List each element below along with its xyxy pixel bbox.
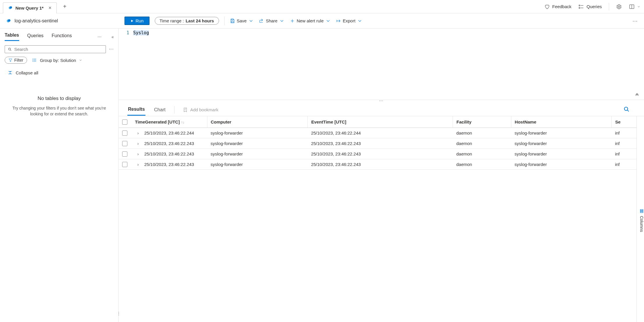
table-row[interactable]: ›25/10/2023, 23:46:22.243syslog-forwarde… — [119, 159, 644, 170]
svg-point-6 — [618, 6, 620, 7]
row-checkbox[interactable] — [122, 141, 127, 146]
results-tab[interactable]: Results — [127, 104, 145, 116]
column-header[interactable]: Facility — [453, 116, 511, 128]
queries-list-icon — [578, 4, 584, 10]
queries-button[interactable]: Queries — [578, 4, 602, 10]
expand-row-icon[interactable]: › — [137, 151, 141, 156]
svg-point-26 — [33, 61, 33, 61]
expand-row-icon[interactable]: › — [137, 141, 141, 146]
svg-point-10 — [8, 19, 10, 22]
query-tab-title: New Query 1* — [15, 6, 44, 10]
workspace-name: log-analytics-sentinel — [15, 18, 58, 24]
workspace-selector[interactable]: log-analytics-sentinel — [0, 18, 119, 24]
sidebar-resize-handle[interactable]: ⋯ — [116, 312, 121, 316]
run-button[interactable]: Run — [124, 17, 150, 25]
row-checkbox[interactable] — [122, 130, 127, 136]
select-all-checkbox[interactable] — [122, 119, 127, 125]
results-search-button[interactable] — [624, 106, 629, 113]
sidebar-more-icon[interactable]: ⋯ — [97, 35, 103, 39]
cell-hostname: syslog-forwarder — [511, 138, 611, 149]
svg-point-29 — [625, 107, 628, 111]
group-by-dropdown[interactable]: Group by: Solution — [32, 58, 82, 63]
svg-rect-2 — [579, 5, 580, 6]
sidebar-search-more-icon[interactable]: ⋮ — [108, 47, 114, 52]
svg-point-18 — [8, 48, 10, 50]
cell-computer: syslog-forwarder — [207, 128, 307, 138]
add-tab-button[interactable]: + — [61, 2, 69, 11]
splitter-handle[interactable]: ⋯ — [119, 100, 644, 103]
editor-code: Syslog — [133, 30, 149, 35]
filter-icon — [8, 58, 13, 62]
more-actions-button[interactable]: ⋯ — [632, 18, 638, 24]
tab-bar: New Query 1* ✕ + Feedback Queries — [0, 0, 644, 13]
chevron-down-icon — [325, 18, 331, 24]
panel-button[interactable] — [629, 4, 641, 10]
panel-icon — [629, 4, 635, 10]
queries-label: Queries — [586, 4, 602, 9]
bookmark-label: Add bookmark — [190, 107, 218, 112]
columns-icon — [640, 209, 644, 213]
table-row[interactable]: ›25/10/2023, 23:46:22.243syslog-forwarde… — [119, 138, 644, 149]
cell-eventtime: 25/10/2023, 23:46:22.243 — [307, 138, 453, 149]
chart-tab[interactable]: Chart — [154, 104, 166, 115]
export-label: Export — [343, 18, 355, 23]
cell-time: 25/10/2023, 23:46:22.244 — [144, 130, 194, 135]
query-editor[interactable]: 1 Syslog — [119, 28, 644, 100]
export-icon — [336, 18, 341, 24]
time-range-label: Time range : — [160, 18, 184, 23]
time-range-dropdown[interactable]: Time range : Last 24 hours — [155, 17, 219, 25]
expand-row-icon[interactable]: › — [137, 130, 141, 135]
sort-icon: ↑↓ — [181, 120, 184, 124]
tab-tables[interactable]: Tables — [5, 33, 19, 41]
svg-rect-13 — [232, 21, 233, 22]
heart-icon — [544, 4, 550, 10]
row-checkbox[interactable] — [122, 162, 127, 167]
separator — [609, 3, 609, 10]
svg-point-1 — [10, 6, 12, 9]
search-input[interactable] — [14, 47, 103, 52]
new-alert-button[interactable]: New alert rule — [290, 18, 331, 24]
editor-line: 1 Syslog — [119, 28, 644, 35]
cell-computer: syslog-forwarder — [207, 159, 307, 170]
cell-time: 25/10/2023, 23:46:22.243 — [144, 141, 194, 146]
share-button[interactable]: Share — [259, 18, 284, 24]
sidebar-search-box[interactable] — [5, 45, 106, 53]
collapse-icon — [8, 70, 13, 75]
tab-queries[interactable]: Queries — [27, 33, 44, 41]
feedback-button[interactable]: Feedback — [544, 4, 572, 10]
query-tab[interactable]: New Query 1* ✕ — [3, 2, 57, 13]
expand-editor-button[interactable] — [635, 92, 639, 97]
save-icon — [230, 18, 235, 24]
line-number: 1 — [119, 30, 133, 35]
filter-row: Filter Group by: Solution — [5, 57, 114, 64]
collapse-sidebar-icon[interactable]: « — [111, 35, 114, 39]
chevron-down-icon — [248, 18, 254, 24]
column-header[interactable]: TimeGenerated [UTC]↑↓ — [131, 116, 207, 128]
add-bookmark-button[interactable]: Add bookmark — [183, 107, 218, 112]
results-table: TimeGenerated [UTC]↑↓ Computer EventTime… — [119, 116, 644, 170]
gear-icon[interactable] — [616, 4, 622, 10]
table-row[interactable]: ›25/10/2023, 23:46:22.244syslog-forwarde… — [119, 128, 644, 138]
column-header[interactable]: EventTime [UTC] — [307, 116, 453, 128]
columns-panel-toggle[interactable]: Columns — [636, 116, 644, 322]
table-row[interactable]: ›25/10/2023, 23:46:22.243syslog-forwarde… — [119, 149, 644, 159]
svg-marker-11 — [131, 20, 133, 22]
filter-button[interactable]: Filter — [5, 57, 27, 64]
save-button[interactable]: Save — [230, 18, 254, 24]
workspace-icon — [6, 18, 12, 24]
share-label: Share — [266, 18, 277, 23]
svg-rect-33 — [640, 212, 643, 213]
search-icon — [8, 47, 12, 51]
tab-functions[interactable]: Functions — [52, 33, 72, 41]
empty-description: Try changing your filters if you don't s… — [10, 105, 108, 117]
column-header[interactable]: HostName — [511, 116, 611, 128]
chevron-down-icon — [637, 5, 641, 8]
expand-row-icon[interactable]: › — [137, 162, 141, 167]
empty-title: No tables to display — [10, 96, 108, 101]
export-button[interactable]: Export — [336, 18, 362, 24]
close-tab-icon[interactable]: ✕ — [48, 6, 52, 10]
separator — [224, 17, 225, 25]
collapse-all-button[interactable]: Collapse all — [8, 70, 114, 75]
column-header[interactable]: Computer — [207, 116, 307, 128]
row-checkbox[interactable] — [122, 151, 127, 157]
